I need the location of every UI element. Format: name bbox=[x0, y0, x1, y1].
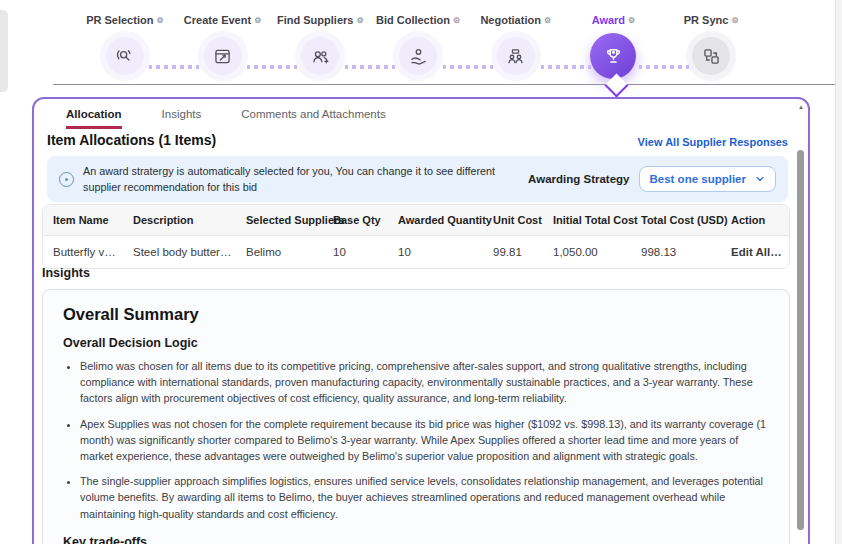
col-selected-suppliers: Selected Suppliers bbox=[236, 205, 323, 235]
tab-allocation[interactable]: Allocation bbox=[66, 108, 122, 129]
cell-base-qty: 10 bbox=[323, 236, 388, 268]
list-item: Apex Supplies was not chosen for the com… bbox=[80, 416, 769, 465]
meeting-icon bbox=[505, 46, 526, 67]
radar-search-icon bbox=[114, 46, 135, 67]
step-label: PR Sync⚙ bbox=[663, 12, 759, 28]
calendar-edit-icon bbox=[212, 46, 233, 67]
step-circle[interactable] bbox=[204, 37, 242, 75]
page-scrollbar[interactable] bbox=[835, 0, 842, 544]
step-label: Award⚙ bbox=[566, 12, 662, 28]
trophy-icon bbox=[602, 45, 625, 68]
step-connector-dots bbox=[443, 64, 493, 70]
award-workflow-screen: PR Selection⚙ Create Event⚙ Find Supplie… bbox=[0, 0, 842, 544]
col-unit-cost: Unit Cost bbox=[483, 205, 543, 235]
decision-logic-title: Overall Decision Logic bbox=[63, 336, 769, 350]
sync-boxes-icon bbox=[701, 46, 722, 67]
panel-scrollbar-thumb[interactable] bbox=[797, 150, 804, 530]
award-strategy-banner: An award stratergy is automatically sele… bbox=[47, 156, 788, 202]
step-circle[interactable] bbox=[590, 33, 636, 79]
step-circle[interactable] bbox=[497, 37, 535, 75]
step-label: Create Event⚙ bbox=[175, 12, 271, 28]
step-create-event[interactable]: Create Event⚙ bbox=[175, 12, 271, 90]
step-label: PR Selection⚙ bbox=[77, 12, 173, 28]
panel-tabs: Allocation Insights Comments and Attachm… bbox=[34, 99, 808, 129]
tab-comments-attachments[interactable]: Comments and Attachments bbox=[241, 108, 385, 129]
step-connector-dots bbox=[639, 64, 689, 70]
banner-message: An award stratergy is automatically sele… bbox=[83, 163, 528, 195]
step-circle[interactable] bbox=[692, 37, 730, 75]
left-edge-strip bbox=[0, 10, 8, 92]
awarding-strategy-label: Awarding Strategy bbox=[528, 173, 629, 185]
overall-summary-title: Overall Summary bbox=[63, 305, 769, 324]
overall-summary-card: Overall Summary Overall Decision Logic B… bbox=[42, 289, 790, 544]
item-allocations-title: Item Allocations (1 Items) bbox=[47, 132, 216, 148]
step-circle[interactable] bbox=[301, 37, 339, 75]
step-connector-dots bbox=[345, 64, 395, 70]
step-gear-icon[interactable]: ⚙ bbox=[544, 16, 551, 25]
info-icon bbox=[59, 172, 74, 187]
col-initial-total-cost: Initial Total Cost bbox=[543, 205, 631, 235]
step-negotiation[interactable]: Negotiation⚙ bbox=[468, 12, 564, 90]
step-circle[interactable] bbox=[399, 37, 437, 75]
cell-selected-suppliers: Belimo bbox=[236, 236, 323, 268]
tab-insights[interactable]: Insights bbox=[162, 108, 202, 129]
col-awarded-quantity: Awarded Quantity bbox=[388, 205, 483, 235]
col-item-name: Item Name bbox=[43, 205, 123, 235]
cell-initial-total-cost: 1,050.00 bbox=[543, 236, 631, 268]
chevron-down-icon bbox=[755, 174, 765, 184]
step-circle[interactable] bbox=[106, 37, 144, 75]
col-base-qty: Base Qty bbox=[323, 205, 388, 235]
step-gear-icon[interactable]: ⚙ bbox=[156, 16, 163, 25]
scroll-up-arrow-icon[interactable]: ▲ bbox=[796, 104, 806, 110]
col-total-cost-usd: Total Cost (USD) bbox=[631, 205, 721, 235]
step-connector-dots bbox=[247, 64, 297, 70]
step-connector-dots bbox=[149, 64, 199, 70]
step-gear-icon[interactable]: ⚙ bbox=[628, 16, 635, 25]
procurement-stepper: PR Selection⚙ Create Event⚙ Find Supplie… bbox=[77, 12, 761, 90]
edit-allocation-link[interactable]: Edit Allocation bbox=[721, 236, 789, 268]
cell-total-cost: 998.13 bbox=[631, 236, 721, 268]
cell-description: Steel body butterfly val... bbox=[123, 236, 236, 268]
step-label: Find Suppliers⚙ bbox=[272, 12, 368, 28]
step-label: Negotiation⚙ bbox=[468, 12, 564, 28]
cell-item-name: Butterfly valves bbox=[43, 236, 123, 268]
cell-unit-cost: 99.81 bbox=[483, 236, 543, 268]
panel-scrollbar: ▲ bbox=[796, 102, 806, 544]
step-connector-dots bbox=[541, 64, 591, 70]
cell-awarded-qty: 10 bbox=[388, 236, 483, 268]
step-pr-sync[interactable]: PR Sync⚙ bbox=[663, 12, 759, 90]
stepper-divider bbox=[53, 84, 842, 85]
award-detail-panel: Allocation Insights Comments and Attachm… bbox=[32, 97, 810, 544]
step-gear-icon[interactable]: ⚙ bbox=[731, 16, 738, 25]
step-pr-selection[interactable]: PR Selection⚙ bbox=[77, 12, 173, 90]
hand-coin-icon bbox=[408, 46, 429, 67]
step-label: Bid Collection⚙ bbox=[370, 12, 466, 28]
people-add-icon bbox=[310, 46, 331, 67]
key-tradeoffs-title: Key trade-offs bbox=[63, 535, 769, 544]
awarding-strategy-dropdown[interactable]: Best one supplier bbox=[639, 166, 777, 192]
list-item: The single-supplier approach simplifies … bbox=[80, 473, 769, 522]
step-gear-icon[interactable]: ⚙ bbox=[453, 16, 460, 25]
col-description: Description bbox=[123, 205, 236, 235]
table-row: Butterfly valves Steel body butterfly va… bbox=[43, 236, 789, 268]
step-bid-collection[interactable]: Bid Collection⚙ bbox=[370, 12, 466, 90]
step-gear-icon[interactable]: ⚙ bbox=[254, 16, 261, 25]
col-action: Action bbox=[721, 205, 789, 235]
allocation-table: Item Name Description Selected Suppliers… bbox=[42, 204, 790, 269]
table-header-row: Item Name Description Selected Suppliers… bbox=[43, 205, 789, 236]
list-item: Belimo was chosen for all items due to i… bbox=[80, 358, 769, 407]
insights-section-label: Insights bbox=[42, 266, 90, 280]
step-find-suppliers[interactable]: Find Suppliers⚙ bbox=[272, 12, 368, 90]
decision-logic-list: Belimo was chosen for all items due to i… bbox=[63, 358, 769, 522]
view-all-supplier-responses-link[interactable]: View All Supplier Responses bbox=[638, 136, 788, 148]
step-gear-icon[interactable]: ⚙ bbox=[356, 16, 363, 25]
awarding-strategy-value: Best one supplier bbox=[650, 173, 747, 185]
